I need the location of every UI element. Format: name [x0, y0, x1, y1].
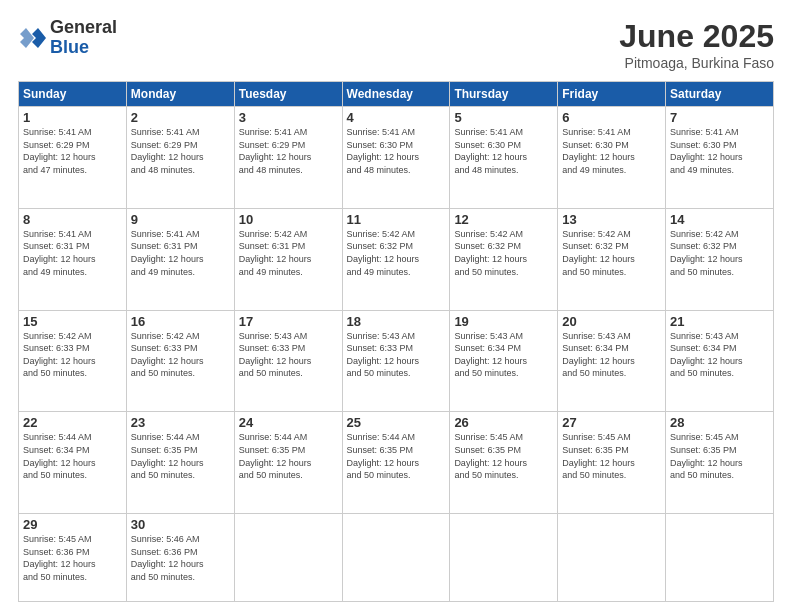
calendar-cell: 10Sunrise: 5:42 AMSunset: 6:31 PMDayligh…	[234, 208, 342, 310]
day-number: 2	[131, 110, 230, 125]
day-info: Sunrise: 5:42 AMSunset: 6:33 PMDaylight:…	[131, 330, 230, 380]
logo-general-text: General	[50, 18, 117, 38]
day-number: 3	[239, 110, 338, 125]
day-number: 7	[670, 110, 769, 125]
day-number: 21	[670, 314, 769, 329]
month-title: June 2025	[619, 18, 774, 55]
day-number: 8	[23, 212, 122, 227]
logo-icon	[18, 24, 46, 52]
day-number: 1	[23, 110, 122, 125]
logo: General Blue	[18, 18, 117, 58]
col-header-saturday: Saturday	[666, 82, 774, 107]
day-number: 5	[454, 110, 553, 125]
day-number: 18	[347, 314, 446, 329]
day-info: Sunrise: 5:43 AMSunset: 6:33 PMDaylight:…	[239, 330, 338, 380]
day-number: 16	[131, 314, 230, 329]
calendar-cell: 23Sunrise: 5:44 AMSunset: 6:35 PMDayligh…	[126, 412, 234, 514]
day-number: 26	[454, 415, 553, 430]
day-info: Sunrise: 5:41 AMSunset: 6:30 PMDaylight:…	[347, 126, 446, 176]
day-info: Sunrise: 5:42 AMSunset: 6:32 PMDaylight:…	[347, 228, 446, 278]
calendar-cell: 30Sunrise: 5:46 AMSunset: 6:36 PMDayligh…	[126, 514, 234, 602]
day-number: 13	[562, 212, 661, 227]
calendar-cell: 22Sunrise: 5:44 AMSunset: 6:34 PMDayligh…	[19, 412, 127, 514]
calendar-cell: 18Sunrise: 5:43 AMSunset: 6:33 PMDayligh…	[342, 310, 450, 412]
day-info: Sunrise: 5:41 AMSunset: 6:30 PMDaylight:…	[670, 126, 769, 176]
calendar-cell: 21Sunrise: 5:43 AMSunset: 6:34 PMDayligh…	[666, 310, 774, 412]
day-number: 11	[347, 212, 446, 227]
calendar-cell: 9Sunrise: 5:41 AMSunset: 6:31 PMDaylight…	[126, 208, 234, 310]
calendar-week-3: 15Sunrise: 5:42 AMSunset: 6:33 PMDayligh…	[19, 310, 774, 412]
calendar-header-row: SundayMondayTuesdayWednesdayThursdayFrid…	[19, 82, 774, 107]
day-info: Sunrise: 5:43 AMSunset: 6:33 PMDaylight:…	[347, 330, 446, 380]
page: General Blue June 2025 Pitmoaga, Burkina…	[0, 0, 792, 612]
calendar-cell: 11Sunrise: 5:42 AMSunset: 6:32 PMDayligh…	[342, 208, 450, 310]
svg-marker-1	[20, 28, 34, 48]
calendar-week-4: 22Sunrise: 5:44 AMSunset: 6:34 PMDayligh…	[19, 412, 774, 514]
calendar-cell: 7Sunrise: 5:41 AMSunset: 6:30 PMDaylight…	[666, 107, 774, 209]
header: General Blue June 2025 Pitmoaga, Burkina…	[18, 18, 774, 71]
day-number: 20	[562, 314, 661, 329]
day-info: Sunrise: 5:44 AMSunset: 6:35 PMDaylight:…	[131, 431, 230, 481]
day-info: Sunrise: 5:41 AMSunset: 6:31 PMDaylight:…	[131, 228, 230, 278]
day-info: Sunrise: 5:45 AMSunset: 6:35 PMDaylight:…	[454, 431, 553, 481]
location: Pitmoaga, Burkina Faso	[619, 55, 774, 71]
day-number: 23	[131, 415, 230, 430]
calendar-cell: 16Sunrise: 5:42 AMSunset: 6:33 PMDayligh…	[126, 310, 234, 412]
calendar-week-1: 1Sunrise: 5:41 AMSunset: 6:29 PMDaylight…	[19, 107, 774, 209]
col-header-wednesday: Wednesday	[342, 82, 450, 107]
day-info: Sunrise: 5:41 AMSunset: 6:29 PMDaylight:…	[239, 126, 338, 176]
col-header-tuesday: Tuesday	[234, 82, 342, 107]
logo-text: General Blue	[50, 18, 117, 58]
day-number: 22	[23, 415, 122, 430]
calendar-cell: 13Sunrise: 5:42 AMSunset: 6:32 PMDayligh…	[558, 208, 666, 310]
day-info: Sunrise: 5:41 AMSunset: 6:30 PMDaylight:…	[454, 126, 553, 176]
calendar-cell: 25Sunrise: 5:44 AMSunset: 6:35 PMDayligh…	[342, 412, 450, 514]
day-info: Sunrise: 5:43 AMSunset: 6:34 PMDaylight:…	[670, 330, 769, 380]
calendar-cell: 6Sunrise: 5:41 AMSunset: 6:30 PMDaylight…	[558, 107, 666, 209]
day-info: Sunrise: 5:43 AMSunset: 6:34 PMDaylight:…	[562, 330, 661, 380]
calendar-cell: 26Sunrise: 5:45 AMSunset: 6:35 PMDayligh…	[450, 412, 558, 514]
day-info: Sunrise: 5:42 AMSunset: 6:32 PMDaylight:…	[670, 228, 769, 278]
calendar-week-2: 8Sunrise: 5:41 AMSunset: 6:31 PMDaylight…	[19, 208, 774, 310]
day-info: Sunrise: 5:42 AMSunset: 6:32 PMDaylight:…	[562, 228, 661, 278]
day-info: Sunrise: 5:41 AMSunset: 6:29 PMDaylight:…	[131, 126, 230, 176]
calendar-cell: 28Sunrise: 5:45 AMSunset: 6:35 PMDayligh…	[666, 412, 774, 514]
calendar-cell	[234, 514, 342, 602]
day-info: Sunrise: 5:41 AMSunset: 6:30 PMDaylight:…	[562, 126, 661, 176]
day-number: 19	[454, 314, 553, 329]
day-number: 17	[239, 314, 338, 329]
day-number: 30	[131, 517, 230, 532]
day-info: Sunrise: 5:44 AMSunset: 6:35 PMDaylight:…	[347, 431, 446, 481]
calendar-cell: 12Sunrise: 5:42 AMSunset: 6:32 PMDayligh…	[450, 208, 558, 310]
calendar-cell	[558, 514, 666, 602]
day-info: Sunrise: 5:42 AMSunset: 6:33 PMDaylight:…	[23, 330, 122, 380]
calendar-cell: 14Sunrise: 5:42 AMSunset: 6:32 PMDayligh…	[666, 208, 774, 310]
day-info: Sunrise: 5:42 AMSunset: 6:31 PMDaylight:…	[239, 228, 338, 278]
calendar-cell	[342, 514, 450, 602]
logo-blue-text: Blue	[50, 38, 117, 58]
day-info: Sunrise: 5:44 AMSunset: 6:35 PMDaylight:…	[239, 431, 338, 481]
calendar-cell: 20Sunrise: 5:43 AMSunset: 6:34 PMDayligh…	[558, 310, 666, 412]
calendar-cell: 1Sunrise: 5:41 AMSunset: 6:29 PMDaylight…	[19, 107, 127, 209]
calendar-cell: 5Sunrise: 5:41 AMSunset: 6:30 PMDaylight…	[450, 107, 558, 209]
day-number: 29	[23, 517, 122, 532]
col-header-monday: Monday	[126, 82, 234, 107]
day-number: 27	[562, 415, 661, 430]
day-number: 9	[131, 212, 230, 227]
day-info: Sunrise: 5:44 AMSunset: 6:34 PMDaylight:…	[23, 431, 122, 481]
day-info: Sunrise: 5:41 AMSunset: 6:29 PMDaylight:…	[23, 126, 122, 176]
day-number: 25	[347, 415, 446, 430]
calendar-cell: 17Sunrise: 5:43 AMSunset: 6:33 PMDayligh…	[234, 310, 342, 412]
day-number: 15	[23, 314, 122, 329]
calendar-cell: 3Sunrise: 5:41 AMSunset: 6:29 PMDaylight…	[234, 107, 342, 209]
day-info: Sunrise: 5:45 AMSunset: 6:35 PMDaylight:…	[670, 431, 769, 481]
day-info: Sunrise: 5:46 AMSunset: 6:36 PMDaylight:…	[131, 533, 230, 583]
day-number: 24	[239, 415, 338, 430]
calendar-cell: 15Sunrise: 5:42 AMSunset: 6:33 PMDayligh…	[19, 310, 127, 412]
svg-marker-0	[32, 28, 46, 48]
day-info: Sunrise: 5:43 AMSunset: 6:34 PMDaylight:…	[454, 330, 553, 380]
calendar-cell	[666, 514, 774, 602]
calendar-week-5: 29Sunrise: 5:45 AMSunset: 6:36 PMDayligh…	[19, 514, 774, 602]
title-block: June 2025 Pitmoaga, Burkina Faso	[619, 18, 774, 71]
calendar-cell: 8Sunrise: 5:41 AMSunset: 6:31 PMDaylight…	[19, 208, 127, 310]
